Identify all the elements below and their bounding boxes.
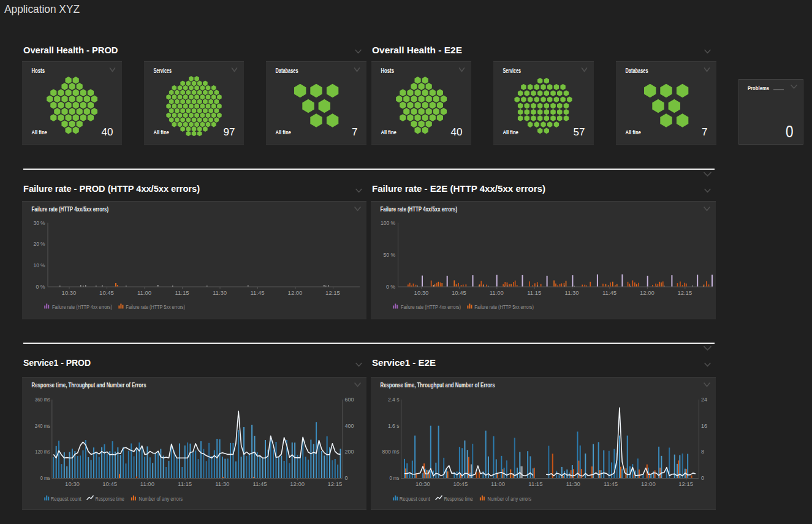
svg-text:Service1 - PROD: Service1 - PROD: [23, 358, 91, 368]
svg-text:Overall Health - PROD: Overall Health - PROD: [23, 45, 118, 55]
svg-text:Failure rate - PROD (HTTP 4xx/: Failure rate - PROD (HTTP 4xx/5xx errors…: [23, 184, 200, 194]
svg-text:Service1 - E2E: Service1 - E2E: [372, 358, 436, 368]
svg-text:Overall Health - E2E: Overall Health - E2E: [372, 45, 462, 55]
svg-text:Failure rate - E2E (HTTP 4xx/5: Failure rate - E2E (HTTP 4xx/5xx errors): [372, 184, 545, 194]
svg-text:Application XYZ: Application XYZ: [4, 2, 80, 15]
